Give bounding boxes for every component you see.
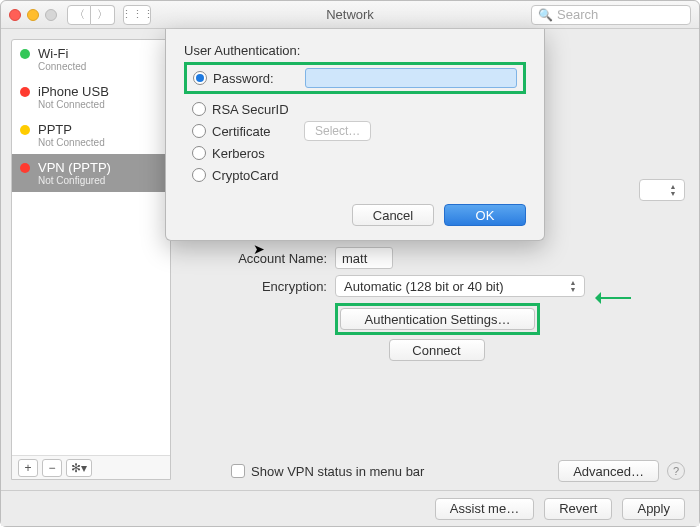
- radio-rsa-label: RSA SecurID: [212, 102, 304, 117]
- interface-name: Wi-Fi: [38, 46, 68, 61]
- configuration-select-collapsed[interactable]: ▲▼: [639, 179, 685, 201]
- interface-status: Not Connected: [38, 137, 105, 148]
- radio-kerberos-label: Kerberos: [212, 146, 304, 161]
- titlebar: 〈 〉 ⋮⋮⋮ Network 🔍 Search: [1, 1, 699, 29]
- sidebar-item-vpn-pptp[interactable]: VPN (PPTP) Not Configured: [12, 154, 170, 192]
- authentication-settings-button[interactable]: Authentication Settings…: [340, 308, 535, 330]
- remove-interface-button[interactable]: −: [42, 459, 62, 477]
- highlight-auth-settings: Authentication Settings…: [335, 303, 540, 335]
- sheet-title: User Authentication:: [184, 43, 526, 58]
- radio-kerberos[interactable]: [192, 146, 206, 160]
- encryption-select[interactable]: Automatic (128 bit or 40 bit) ▲▼: [335, 275, 585, 297]
- apply-button[interactable]: Apply: [622, 498, 685, 520]
- encryption-label: Encryption:: [185, 279, 335, 294]
- status-led-icon: [20, 163, 30, 173]
- chevron-up-down-icon: ▲▼: [564, 277, 582, 295]
- account-name-value: matt: [342, 251, 367, 266]
- radio-cryptocard[interactable]: [192, 168, 206, 182]
- interface-sidebar: Wi-Fi Connected iPhone USB Not Connected…: [11, 39, 171, 480]
- status-led-icon: [20, 125, 30, 135]
- interface-status: Not Configured: [38, 175, 111, 186]
- window-footer: Assist me… Revert Apply: [1, 490, 699, 526]
- annotation-arrow-icon: [597, 297, 631, 299]
- encryption-value: Automatic (128 bit or 40 bit): [344, 279, 504, 294]
- network-prefs-window: 〈 〉 ⋮⋮⋮ Network 🔍 Search Wi-Fi Connected: [0, 0, 700, 527]
- assist-me-button[interactable]: Assist me…: [435, 498, 534, 520]
- sidebar-item-iphone-usb[interactable]: iPhone USB Not Connected: [12, 78, 170, 116]
- interface-actions-button[interactable]: ✻▾: [66, 459, 92, 477]
- interface-name: PPTP: [38, 122, 72, 137]
- show-vpn-status-checkbox[interactable]: [231, 464, 245, 478]
- sheet-footer: Cancel OK: [184, 204, 526, 226]
- status-led-icon: [20, 87, 30, 97]
- auth-radio-group: RSA SecurID Certificate Select… Kerberos…: [192, 98, 526, 186]
- highlight-password-row: Password:: [184, 62, 526, 94]
- chevron-up-down-icon: ▲▼: [664, 181, 682, 199]
- ok-button[interactable]: OK: [444, 204, 526, 226]
- help-button[interactable]: ?: [667, 462, 685, 480]
- window-title: Network: [1, 7, 699, 22]
- account-name-field[interactable]: matt: [335, 247, 393, 269]
- interface-status: Connected: [38, 61, 86, 72]
- advanced-button[interactable]: Advanced…: [558, 460, 659, 482]
- cursor-icon: ➤: [253, 241, 265, 257]
- gear-icon: ✻▾: [71, 461, 87, 475]
- radio-certificate-label: Certificate: [212, 124, 304, 139]
- password-field[interactable]: [305, 68, 517, 88]
- radio-certificate[interactable]: [192, 124, 206, 138]
- sidebar-item-wifi[interactable]: Wi-Fi Connected: [12, 40, 170, 78]
- revert-button[interactable]: Revert: [544, 498, 612, 520]
- certificate-select-button[interactable]: Select…: [304, 121, 371, 141]
- add-interface-button[interactable]: +: [18, 459, 38, 477]
- connect-button[interactable]: Connect: [389, 339, 485, 361]
- status-led-icon: [20, 49, 30, 59]
- radio-rsa-securid[interactable]: [192, 102, 206, 116]
- radio-password[interactable]: [193, 71, 207, 85]
- show-vpn-status-label: Show VPN status in menu bar: [251, 464, 424, 479]
- user-authentication-sheet: User Authentication: Password: RSA Secur…: [165, 29, 545, 241]
- cancel-button[interactable]: Cancel: [352, 204, 434, 226]
- radio-cryptocard-label: CryptoCard: [212, 168, 304, 183]
- sidebar-item-pptp[interactable]: PPTP Not Connected: [12, 116, 170, 154]
- interface-name: iPhone USB: [38, 84, 109, 99]
- sidebar-footer: + − ✻▾: [12, 455, 170, 479]
- interface-name: VPN (PPTP): [38, 160, 111, 175]
- radio-password-label: Password:: [213, 71, 305, 86]
- interface-status: Not Connected: [38, 99, 109, 110]
